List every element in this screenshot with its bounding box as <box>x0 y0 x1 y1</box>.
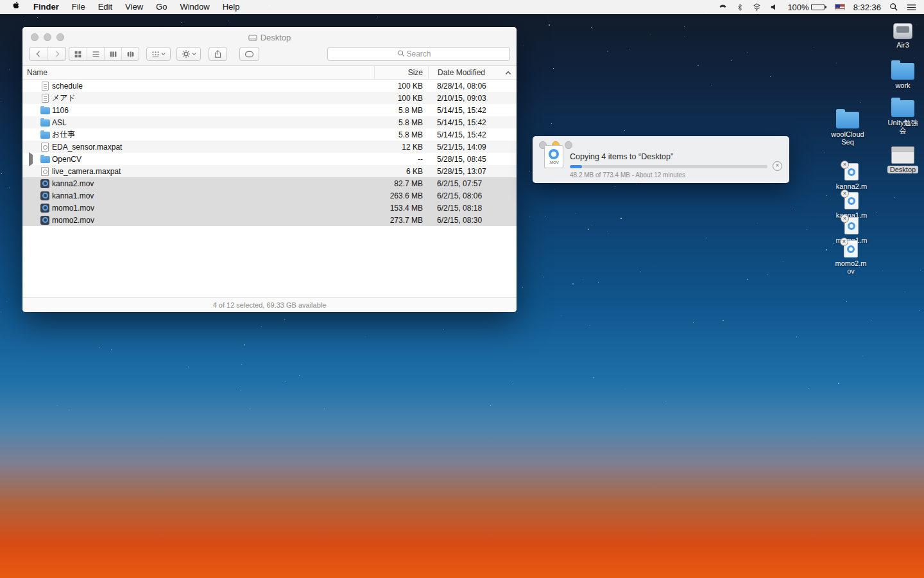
tag-icon <box>244 51 254 58</box>
table-row[interactable]: メアド100 KB2/10/15, 09:03 <box>22 92 517 104</box>
spotlight-icon[interactable] <box>889 3 898 12</box>
table-row[interactable]: 11065.8 MB5/14/15, 15:42 <box>22 104 517 116</box>
cancel-copy-badge-icon[interactable]: × <box>841 215 849 223</box>
progress-bar <box>570 165 767 168</box>
list-view-button[interactable] <box>87 48 104 60</box>
apple-icon <box>12 0 21 10</box>
copy-progress-dialog[interactable]: .MOV Copying 4 items to “Desktop” 48.2 M… <box>533 136 789 183</box>
zoom-button[interactable] <box>565 141 572 149</box>
sort-ascending-icon <box>505 71 511 75</box>
table-row[interactable]: OpenCV--5/28/15, 08:45 <box>22 153 517 165</box>
desktop-icon-woolcloudseq[interactable]: woolCloudSeq <box>831 112 864 146</box>
table-row[interactable]: ASL5.8 MB5/14/15, 15:42 <box>22 116 517 128</box>
volume-icon[interactable] <box>770 3 779 12</box>
selected-label: Desktop <box>887 166 918 173</box>
desktop-icon-work[interactable]: work <box>886 63 920 89</box>
folder-icon <box>891 100 914 117</box>
document-icon <box>42 82 49 91</box>
window-title-label: Desktop <box>261 33 291 42</box>
action-menu-button[interactable] <box>176 47 201 61</box>
finder-window: Desktop <box>22 27 517 312</box>
menu-item-file[interactable]: File <box>65 0 92 14</box>
mov-file-icon: .MOV <box>544 145 563 168</box>
battery-icon <box>811 4 825 10</box>
cancel-copy-badge-icon[interactable]: × <box>841 189 849 198</box>
status-bar: 4 of 12 selected, 69.33 GB available <box>22 297 517 312</box>
menu-app-name[interactable]: Finder <box>27 0 65 14</box>
table-row[interactable]: live_camera.maxpat6 KB5/28/15, 13:07 <box>22 165 517 177</box>
desktop-icon-copying-momo2[interactable]: × momo2.mov <box>834 240 868 275</box>
desktop-icon-unity[interactable]: Unity勉強会 <box>885 100 921 134</box>
toolbar <box>22 47 517 61</box>
folder-icon <box>40 132 50 139</box>
input-source-flag-icon[interactable] <box>835 4 845 10</box>
progress-bar-fill <box>570 165 582 168</box>
apple-menu[interactable] <box>5 0 27 15</box>
folder-icon <box>40 107 50 114</box>
window-chrome[interactable]: Desktop <box>22 27 517 66</box>
battery-percent-label: 100% <box>787 3 809 12</box>
cancel-copy-badge-icon[interactable]: × <box>840 238 848 246</box>
share-button[interactable] <box>209 47 227 61</box>
column-header-name[interactable]: Name <box>22 66 374 79</box>
cancel-copy-badge-icon[interactable]: × <box>841 161 849 169</box>
disk-icon <box>893 23 912 39</box>
coverflow-view-button[interactable] <box>121 48 139 60</box>
menu-bar: Finder File Edit View Go Window Help 100… <box>0 0 924 14</box>
mov-file-icon: × <box>844 217 859 234</box>
chevron-down-icon <box>161 52 166 56</box>
phone-icon[interactable] <box>718 3 728 12</box>
bluetooth-icon[interactable] <box>736 3 744 12</box>
arrange-icon <box>151 50 160 58</box>
mov-file-icon: × <box>844 240 858 258</box>
forward-button[interactable] <box>47 48 65 60</box>
table-row[interactable]: EDA_sensor.maxpat12 KB5/21/15, 14:09 <box>22 141 517 153</box>
notification-center-icon[interactable] <box>907 3 916 12</box>
disk-icon <box>248 34 257 42</box>
gear-icon <box>182 49 191 58</box>
movie-file-icon <box>40 191 49 200</box>
menu-item-help[interactable]: Help <box>216 0 246 14</box>
tags-button[interactable] <box>239 47 259 61</box>
menu-item-view[interactable]: View <box>119 0 150 14</box>
disclosure-triangle-icon[interactable] <box>29 152 33 166</box>
copy-dialog-detail: 48.2 MB of 773.4 MB - About 12 minutes <box>570 171 685 179</box>
column-header-date-modified[interactable]: Date Modified <box>428 66 517 79</box>
share-icon <box>214 49 222 58</box>
battery-indicator[interactable]: 100% <box>787 3 826 12</box>
movie-file-icon <box>40 179 49 188</box>
chevron-down-icon <box>192 52 196 56</box>
back-button[interactable] <box>30 48 47 60</box>
arrange-menu-button[interactable] <box>146 47 171 61</box>
icon-view-button[interactable] <box>69 48 87 60</box>
movie-file-icon <box>40 204 49 213</box>
cancel-copy-icon[interactable]: × <box>773 161 782 171</box>
menu-clock[interactable]: 8:32:36 <box>853 3 881 12</box>
table-row[interactable]: momo2.mov273.7 MB6/2/15, 08:30 <box>22 214 517 226</box>
movie-file-icon <box>40 216 49 225</box>
desktop-icon-air3[interactable]: Air3 <box>886 23 920 49</box>
menu-item-window[interactable]: Window <box>173 0 216 14</box>
mov-file-icon: × <box>844 192 859 209</box>
maxpat-file-icon <box>41 143 49 152</box>
folder-icon <box>40 156 50 163</box>
list-header: Name Size Date Modified <box>22 66 517 80</box>
search-input[interactable] <box>327 47 510 61</box>
table-row[interactable]: kanna1.mov263.6 MB6/2/15, 08:06 <box>22 189 517 202</box>
column-view-button[interactable] <box>104 48 121 60</box>
folder-icon <box>40 119 50 127</box>
folder-icon <box>836 112 859 128</box>
maxpat-file-icon <box>41 167 49 176</box>
file-list: schedule100 KB8/28/14, 08:06 メアド100 KB2/… <box>22 80 517 226</box>
table-row[interactable]: schedule100 KB8/28/14, 08:06 <box>22 80 517 92</box>
menu-item-edit[interactable]: Edit <box>92 0 119 14</box>
desktop-icon-desktop[interactable]: Desktop <box>885 146 921 173</box>
menu-item-go[interactable]: Go <box>150 0 173 14</box>
document-icon <box>42 94 49 103</box>
table-row[interactable]: お仕事5.8 MB5/14/15, 15:42 <box>22 128 517 141</box>
table-row[interactable]: kanna2.mov82.7 MB6/2/15, 07:57 <box>22 177 517 189</box>
column-header-size[interactable]: Size <box>374 66 428 79</box>
dropbox-icon[interactable] <box>752 3 762 12</box>
window-title: Desktop <box>22 33 517 42</box>
table-row[interactable]: momo1.mov153.4 MB6/2/15, 08:18 <box>22 202 517 214</box>
